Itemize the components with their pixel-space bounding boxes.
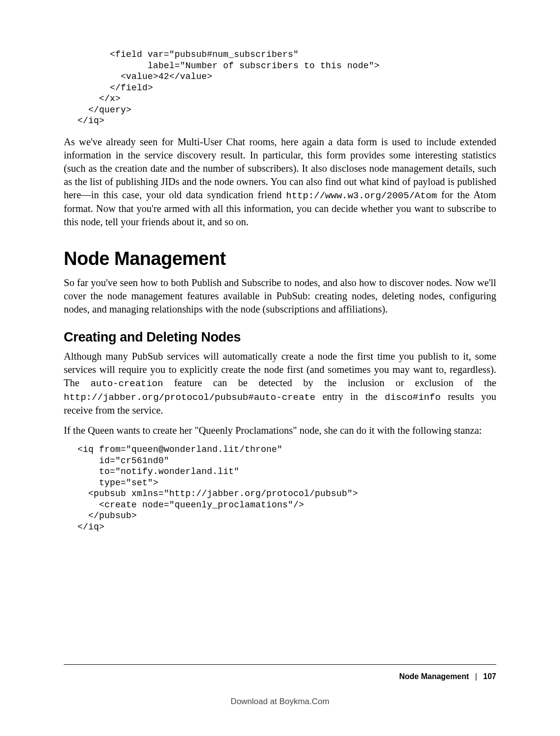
inline-code: http://jabber.org/protocol/pubsub#auto-c…: [64, 392, 315, 403]
text-run: entry in the: [315, 391, 384, 402]
download-footer: Download at Boykma.Com: [0, 697, 560, 707]
section-heading: Node Management: [64, 248, 496, 269]
code-block-2: <iq from="queen@wonderland.lit/throne" i…: [77, 444, 496, 532]
code-block-1: <field var="pubsub#num_subscribers" labe…: [77, 49, 496, 127]
inline-code: disco#info: [385, 392, 441, 403]
subsection-heading: Creating and Deleting Nodes: [64, 330, 496, 345]
footer-rule: [64, 664, 496, 665]
text-run: feature can be detected by the inclusion…: [163, 377, 496, 388]
footer: Node Management | 107: [399, 672, 496, 681]
paragraph-1: As we've already seen for Multi-User Cha…: [64, 135, 496, 229]
book-page: <field var="pubsub#num_subscribers" labe…: [0, 0, 560, 736]
inline-code: http://www.w3.org/2005/Atom: [286, 190, 437, 201]
footer-page-number: 107: [483, 672, 496, 681]
inline-code: auto-creation: [90, 378, 163, 389]
paragraph-4: If the Queen wants to create her "Queenl…: [64, 424, 496, 437]
paragraph-3: Although many PubSub services will autom…: [64, 350, 496, 417]
paragraph-2: So far you've seen how to both Publish a…: [64, 276, 496, 316]
footer-section-name: Node Management: [399, 672, 469, 681]
footer-separator: |: [475, 672, 477, 681]
